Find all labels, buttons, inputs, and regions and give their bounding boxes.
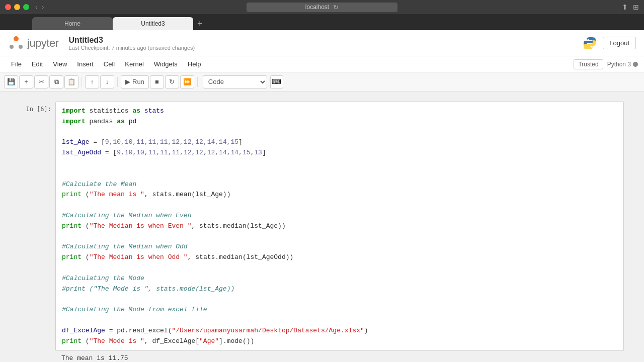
jupyter-header: jupyter Untitled3 Last Checkpoint: 7 min… xyxy=(0,30,644,56)
stop-button[interactable]: ■ xyxy=(150,75,164,88)
move-up-button[interactable]: ↑ xyxy=(85,75,99,88)
back-button[interactable]: ‹ xyxy=(35,3,38,11)
kernel-info: Python 3 xyxy=(607,61,638,68)
url-text: localhost xyxy=(305,4,329,11)
kernel-label: Python 3 xyxy=(607,61,631,68)
home-tab-label: Home xyxy=(64,20,80,27)
minimize-window-button[interactable] xyxy=(14,4,20,10)
code-line-22: df_ExcelAge = pd.read_excel("/Users/upam… xyxy=(62,326,617,336)
code-line-17: #Calculating the Mode xyxy=(62,274,617,284)
notebook-name[interactable]: Untitled3 xyxy=(69,36,195,45)
browser-nav-buttons: ‹ › xyxy=(35,3,44,11)
menu-kernel[interactable]: Kernel xyxy=(120,58,149,70)
code-line-15: print ("The Median is when Odd ", stats.… xyxy=(62,252,617,263)
jupyter-logo: jupyter xyxy=(8,35,59,51)
paste-cell-button[interactable]: 📋 xyxy=(64,75,78,88)
svg-point-3 xyxy=(588,39,589,40)
code-line-11: #Calculating the Median when Even xyxy=(62,211,617,221)
browser-tabs: Home Untitled3 + xyxy=(0,14,644,30)
reload-icon[interactable]: ↻ xyxy=(333,4,339,11)
svg-point-1 xyxy=(10,45,14,49)
jupyter-logo-text: jupyter xyxy=(27,37,59,50)
restart-button[interactable]: ↻ xyxy=(165,75,179,88)
title-bar: ‹ › localhost ↻ ⬆ ⊞ xyxy=(0,0,644,14)
svg-point-0 xyxy=(14,36,19,41)
logout-button[interactable]: Logout xyxy=(603,37,636,49)
menu-help[interactable]: Help xyxy=(183,58,206,70)
save-button[interactable]: 💾 xyxy=(4,75,18,88)
code-line-2: import pandas as pd xyxy=(62,117,617,127)
share-icon[interactable]: ⬆ xyxy=(622,3,628,11)
toolbar-sep-1 xyxy=(82,77,82,87)
code-line-23: print ("The Mode is ", df_ExcelAge["Age"… xyxy=(62,336,617,347)
maximize-window-button[interactable] xyxy=(23,4,29,10)
output-label xyxy=(20,351,55,355)
address-bar[interactable]: localhost ↻ xyxy=(247,3,397,12)
menu-cell[interactable]: Cell xyxy=(99,58,120,70)
python-logo-icon xyxy=(583,36,597,50)
new-window-icon[interactable]: ⊞ xyxy=(633,3,639,11)
notebook-title-area: Untitled3 Last Checkpoint: 7 minutes ago… xyxy=(69,36,195,51)
forward-button[interactable]: › xyxy=(42,3,44,11)
notebook-tab[interactable]: Untitled3 xyxy=(113,17,193,30)
toolbar-sep-2 xyxy=(117,77,118,87)
copy-cell-button[interactable]: ⧉ xyxy=(49,75,63,88)
new-tab-button[interactable]: + xyxy=(197,19,203,30)
header-right: Logout xyxy=(583,36,636,50)
svg-point-4 xyxy=(591,46,592,47)
traffic-lights xyxy=(5,4,29,10)
add-cell-button[interactable]: + xyxy=(19,75,33,88)
code-line-14: #Calculating the Median when Odd xyxy=(62,242,617,252)
notebook-content: In [6]: import statistics as stats impor… xyxy=(0,92,644,362)
menu-file[interactable]: File xyxy=(6,58,27,70)
notebook-tab-label: Untitled3 xyxy=(141,20,165,27)
jupyter-logo-icon xyxy=(8,35,24,51)
keyboard-shortcuts-button[interactable]: ⌨ xyxy=(270,75,283,88)
code-line-4: lst_Age = [9,10,10,11,11,11,12,12,12,14,… xyxy=(62,137,617,148)
move-down-button[interactable]: ↓ xyxy=(100,75,114,88)
menu-view[interactable]: View xyxy=(48,58,72,70)
cut-cell-button[interactable]: ✂ xyxy=(34,75,48,88)
code-line-5: lst_AgeOdd = [9,10,10,11,11,11,12,12,12,… xyxy=(62,148,617,158)
run-button[interactable]: ▶ Run xyxy=(121,75,149,88)
restart-run-button[interactable]: ⏩ xyxy=(180,75,194,88)
toolbar-sep-3 xyxy=(197,77,198,87)
code-cell: In [6]: import statistics as stats impor… xyxy=(20,102,624,351)
code-line-9: print ("The mean is ", stats.mean(lst_Ag… xyxy=(62,190,617,200)
menu-widgets[interactable]: Widgets xyxy=(149,58,183,70)
svg-point-2 xyxy=(19,45,23,49)
code-line-12: print ("The Median is when Even ", stats… xyxy=(62,221,617,232)
menu-bar: File Edit View Insert Cell Kernel Widget… xyxy=(0,56,644,72)
output-line-1: The mean is 11.75 xyxy=(61,353,618,362)
code-line-1: import statistics as stats xyxy=(62,106,617,117)
cell-type-select[interactable]: Code Markdown Raw NBConvert xyxy=(203,75,267,88)
checkpoint-info: Last Checkpoint: 7 minutes ago (unsaved … xyxy=(69,45,195,51)
cell-label: In [6]: xyxy=(20,102,55,113)
code-line-8: #Calculate the Mean xyxy=(62,179,617,190)
code-line-20: #Calculating the Mode from excel file xyxy=(62,305,617,315)
home-tab[interactable]: Home xyxy=(32,17,113,30)
menu-insert[interactable]: Insert xyxy=(72,58,99,70)
code-line-18: #print ("The Mode is ", stats.mode(lst_A… xyxy=(62,284,617,295)
run-icon: ▶ xyxy=(125,78,130,85)
menu-edit[interactable]: Edit xyxy=(27,58,48,70)
run-label: Run xyxy=(132,78,144,85)
kernel-status-icon xyxy=(633,62,638,67)
cell-input[interactable]: import statistics as stats import pandas… xyxy=(55,102,624,351)
trusted-badge[interactable]: Trusted xyxy=(574,59,603,69)
toolbar: 💾 + ✂ ⧉ 📋 ↑ ↓ ▶ Run ■ ↻ ⏩ Code Markdown … xyxy=(0,72,644,92)
title-bar-right: ⬆ ⊞ xyxy=(622,3,639,11)
output-cell: The mean is 11.75 The Median is when Eve… xyxy=(20,351,624,362)
cell-output: The mean is 11.75 The Median is when Eve… xyxy=(55,351,624,362)
close-window-button[interactable] xyxy=(5,4,11,10)
